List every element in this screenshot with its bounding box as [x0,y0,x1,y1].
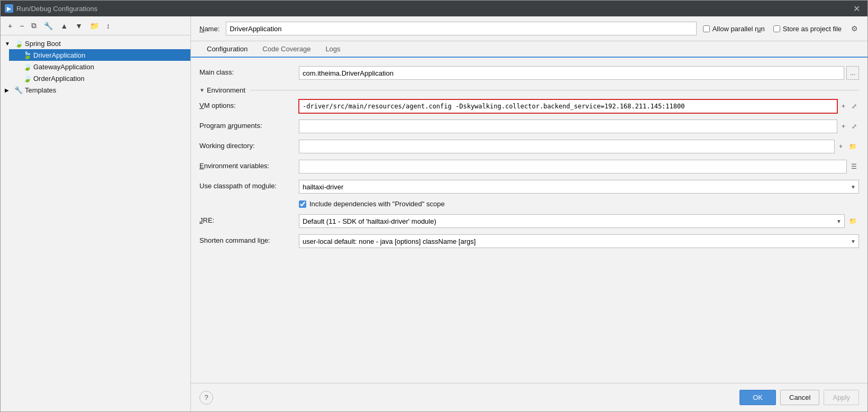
move-down-button[interactable]: ▼ [72,20,86,32]
jre-row: JRE: Default (11 - SDK of 'hailtaxi-driv… [199,214,859,228]
remove-config-button[interactable]: − [16,20,27,32]
include-deps-row: Include dependencies with "Provided" sco… [199,200,859,208]
main-class-field: ... [299,66,859,80]
env-vars-input[interactable] [299,160,847,173]
tab-configuration[interactable]: Configuration [199,41,255,58]
tree-item-driver[interactable]: 🍃 DriverApplication [9,49,190,61]
environment-section-header: ▼ Environment [199,86,859,94]
templates-icon: 🔧 [14,86,23,94]
apply-button: Apply [824,390,859,405]
dialog-title: Run/Debug Configurations [16,5,97,13]
shorten-cmd-select[interactable]: user-local default: none - java [options… [299,234,859,248]
classpath-row: Use classpath of module: hailtaxi-driver… [199,180,859,194]
vm-options-label: VM options: [199,99,295,109]
classpath-field: hailtaxi-driver ▼ [299,180,859,194]
tabs-bar: Configuration Code Coverage Logs [191,41,867,58]
working-dir-add-button[interactable]: + [837,142,845,151]
env-vars-label: Environment variables: [199,160,295,170]
order-app-icon: 🍃 [23,74,31,83]
gateway-app-label: GatewayApplication [33,63,94,71]
spring-boot-icon: 🍃 [14,39,23,48]
store-as-project-label[interactable]: Store as project file [773,25,842,33]
program-args-field: + ⤢ [299,120,859,133]
cancel-button[interactable]: Cancel [780,390,819,405]
environment-toggle[interactable]: ▼ [199,87,205,93]
env-vars-browse-button[interactable]: ☰ [849,162,859,171]
close-button[interactable]: ✕ [850,3,863,15]
classpath-label: Use classpath of module: [199,180,295,190]
vm-options-expand-button[interactable]: ⤢ [849,102,859,111]
sidebar: + − ⧉ 🔧 ▲ ▼ 📁 ↕ ▼ 🍃 Spring Boot [1,16,191,411]
program-args-expand-button[interactable]: ⤢ [849,122,859,131]
order-app-label: OrderApplication [33,75,85,83]
environment-content: VM options: + ⤢ Program arguments: + [199,99,859,248]
name-input[interactable] [226,22,696,35]
include-deps-label[interactable]: Include dependencies with "Provided" sco… [309,200,445,208]
working-dir-label: Working directory: [199,140,295,150]
program-args-add-button[interactable]: + [839,122,847,131]
sidebar-tree: ▼ 🍃 Spring Boot 🍃 DriverApplication 🍃 Ga… [1,35,190,411]
spring-boot-label: Spring Boot [25,40,61,48]
spring-boot-group[interactable]: ▼ 🍃 Spring Boot [1,38,190,49]
templates-toggle: ▶ [5,87,12,93]
shorten-cmd-row: Shorten command line: user-local default… [199,234,859,248]
driver-app-label: DriverApplication [33,51,85,59]
main-content: Name: Allow parallel run Store as projec… [191,16,867,411]
jre-select[interactable]: Default (11 - SDK of 'hailtaxi-driver' m… [299,214,845,228]
store-as-project-checkbox[interactable] [773,25,780,32]
main-class-label: Main class: [199,66,295,76]
working-dir-browse-button[interactable]: 📁 [847,142,859,151]
templates-label: Templates [25,86,56,94]
dialog-footer: ? OK Cancel Apply [191,383,867,411]
gateway-app-icon: 🍃 [23,62,31,71]
vm-options-input[interactable] [299,99,837,113]
driver-app-icon: 🍃 [23,51,31,59]
sidebar-toolbar: + − ⧉ 🔧 ▲ ▼ 📁 ↕ [1,16,190,35]
name-row: Name: Allow parallel run Store as projec… [191,16,867,41]
add-config-button[interactable]: + [5,20,15,32]
copy-config-button[interactable]: ⧉ [28,20,40,32]
gear-button[interactable]: ⚙ [850,23,859,34]
edit-config-button[interactable]: 🔧 [41,20,56,32]
vm-options-row: VM options: + ⤢ [199,99,859,113]
shorten-cmd-label: Shorten command line: [199,234,295,244]
ok-button[interactable]: OK [739,390,776,405]
classpath-select[interactable]: hailtaxi-driver [299,180,859,194]
config-panel: Main class: ... ▼ Environment VM options… [191,58,867,383]
help-button[interactable]: ? [199,391,213,405]
jre-browse-button[interactable]: 📁 [847,216,859,226]
templates-group[interactable]: ▶ 🔧 Templates [1,84,190,96]
program-args-input[interactable] [299,120,837,133]
working-dir-row: Working directory: + 📁 [199,140,859,153]
sort-button[interactable]: ↕ [103,20,113,32]
allow-parallel-label[interactable]: Allow parallel run [703,25,765,33]
allow-parallel-checkbox[interactable] [703,25,710,32]
program-args-label: Program arguments: [199,120,295,130]
tab-logs[interactable]: Logs [318,41,348,58]
tab-code-coverage[interactable]: Code Coverage [255,41,318,58]
tree-item-order[interactable]: 🍃 OrderApplication [9,72,190,84]
program-args-row: Program arguments: + ⤢ [199,120,859,133]
move-up-button[interactable]: ▲ [57,20,71,32]
spring-boot-children: 🍃 DriverApplication 🍃 GatewayApplication… [1,49,190,84]
section-divider [250,90,859,90]
include-deps-checkbox[interactable] [299,200,306,208]
main-class-browse-button[interactable]: ... [846,66,859,80]
main-class-input[interactable] [299,66,844,80]
dialog-icon: ▶ [5,4,13,13]
working-dir-input[interactable] [299,140,835,153]
vm-options-add-button[interactable]: + [839,102,847,111]
move-to-folder-button[interactable]: 📁 [87,20,102,32]
title-bar-left: ▶ Run/Debug Configurations [5,4,97,13]
tree-item-gateway[interactable]: 🍃 GatewayApplication [9,61,190,72]
dialog-body: + − ⧉ 🔧 ▲ ▼ 📁 ↕ ▼ 🍃 Spring Boot [1,16,867,411]
shorten-cmd-select-wrapper: user-local default: none - java [options… [299,234,859,248]
working-dir-field: + 📁 [299,140,859,153]
env-vars-row: Environment variables: ☰ [199,160,859,173]
shorten-cmd-field: user-local default: none - java [options… [299,234,859,248]
classpath-select-wrapper: hailtaxi-driver ▼ [299,180,859,194]
run-debug-dialog: ▶ Run/Debug Configurations ✕ + − ⧉ 🔧 ▲ ▼… [0,0,868,412]
name-label: Name: [199,25,220,33]
spring-boot-toggle: ▼ [5,41,12,47]
env-vars-field: ☰ [299,160,859,173]
